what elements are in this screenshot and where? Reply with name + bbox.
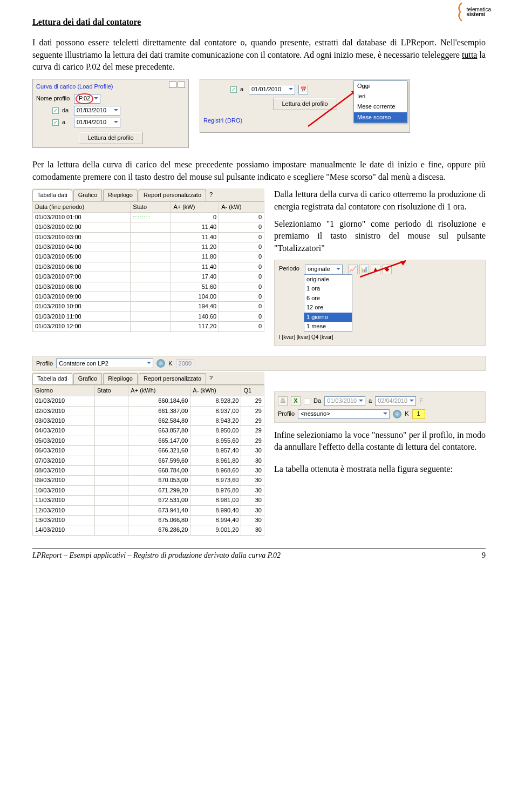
lettura-profilo-button[interactable]: Lettura del profilo — [79, 132, 143, 144]
tab-grafico-2[interactable]: Grafico — [73, 373, 102, 384]
panel-title: Curva di carico (Load Profile) — [36, 83, 185, 91]
table-row[interactable]: 12/03/2010673.941,408.990,4030 — [33, 505, 264, 515]
a-label-3: a — [369, 397, 372, 405]
table-row[interactable]: 05/03/2010665.147,008.955,6029 — [33, 436, 264, 445]
table-row[interactable]: 01/03/2010 07:0017,400 — [33, 272, 264, 282]
opt-originale[interactable]: originale — [304, 275, 352, 284]
a-date-3[interactable]: 02/04/2010 — [375, 396, 416, 406]
table-row[interactable]: 01/03/2010 12:00117,200 — [33, 322, 264, 331]
k-value-highlight: 1 — [412, 409, 425, 418]
list-icon[interactable] — [178, 82, 185, 88]
profilo-label: Profilo — [36, 360, 53, 368]
screenshot-profile-toolbar: 🖶 X ✓ Da 01/03/2010 a 02/04/2010 F Profi… — [274, 391, 486, 423]
profilo-select-nessuno[interactable]: <nessuno> — [298, 409, 390, 419]
chart-icon-1[interactable]: 📈 — [348, 265, 358, 274]
tab-riepilogo-2[interactable]: Riepilogo — [103, 373, 138, 384]
table-row[interactable]: 01/03/2010 08:0051,600 — [33, 282, 264, 292]
table-row[interactable]: 01/03/2010 10:00194,400 — [33, 302, 264, 312]
tab-riepilogo[interactable]: Riepilogo — [103, 190, 138, 200]
tab-grafico[interactable]: Grafico — [73, 190, 102, 200]
excel-icon[interactable]: X — [291, 396, 301, 406]
tab-report-2[interactable]: Report personalizzato — [139, 373, 206, 384]
table-row[interactable]: 09/03/2010670.053,008.973,6030 — [33, 476, 264, 485]
menu-oggi[interactable]: Oggi — [354, 81, 407, 91]
print-icon[interactable]: 🖶 — [278, 396, 288, 406]
daily-data-table: Giorno Stato A+ (kWh) A- (kWh) Q1 01/03/… — [32, 385, 264, 536]
grid-icon[interactable] — [169, 82, 176, 88]
col-aminus-kwh[interactable]: A- (kWh) — [190, 385, 241, 396]
table-row[interactable]: 02/03/2010661.387,008.937,0029 — [33, 406, 264, 416]
col-aplus-kwh[interactable]: A+ (kWh) — [128, 385, 190, 396]
tab-report[interactable]: Report personalizzato — [139, 190, 206, 200]
annotation-arrow-2-icon — [360, 258, 414, 282]
help-icon-2[interactable]: ? — [207, 373, 215, 384]
lettura-profilo-button-2[interactable]: Lettura del profilo — [273, 98, 337, 110]
tab-bar-2: Tabella dati Grafico Riepilogo Report pe… — [32, 372, 264, 384]
a-checkbox-2[interactable]: ✓ — [230, 86, 237, 93]
profile-selector-row: Profilo Contatore con LP2 K 2000 — [32, 356, 486, 371]
table-row[interactable]: 10/03/2010671.299,208.976,8030 — [33, 485, 264, 495]
table-row[interactable]: 06/03/2010666.321,608.957,4030 — [33, 446, 264, 456]
col-q1[interactable]: Q1 — [241, 385, 264, 396]
table-row[interactable]: 01/03/2010 06:0011,400 — [33, 262, 264, 272]
table-row[interactable]: 01/03/2010 11:00140,600 — [33, 312, 264, 321]
menu-mese-corrente[interactable]: Mese corrente — [354, 102, 407, 112]
table-row[interactable]: 08/03/2010668.784,008.968,6030 — [33, 465, 264, 475]
table-row[interactable]: 01/03/2010 04:0011,200 — [33, 242, 264, 252]
table-row[interactable]: 11/03/2010672.531,008.981,0030 — [33, 496, 264, 505]
a-date-input-2[interactable]: 01/01/2010 — [249, 85, 295, 94]
k-value: 2000 — [176, 359, 194, 368]
opt-6ore[interactable]: 6 ore — [304, 294, 352, 303]
svg-marker-3 — [400, 261, 406, 266]
da-date-input[interactable]: 01/03/2010 — [74, 106, 120, 116]
col-giorno[interactable]: Giorno — [33, 385, 95, 396]
periodo-label: Periodo — [279, 265, 299, 273]
table-row[interactable]: 01/03/2010 09:00104,000 — [33, 292, 264, 302]
table-row[interactable]: 01/03/2010 02:0011,400 — [33, 222, 264, 232]
page-number: 9 — [482, 550, 486, 561]
col-stato-2[interactable]: Stato — [95, 385, 128, 396]
opt-12ore[interactable]: 12 ore — [304, 303, 352, 312]
k-label-2: K — [405, 410, 408, 418]
date-context-menu[interactable]: Oggi Ieri Mese corrente Mese scorso — [353, 80, 407, 124]
tab-tabella-dati-2[interactable]: Tabella dati — [32, 373, 72, 384]
nome-profilo-select[interactable]: P.02 — [74, 94, 100, 104]
table-row[interactable]: 03/03/2010662.584,808.943,2029 — [33, 416, 264, 425]
col-data[interactable]: Data (fine periodo) — [33, 201, 131, 212]
a-date-input[interactable]: 01/04/2010 — [74, 118, 120, 127]
calendar-icon[interactable]: 📅 — [298, 85, 308, 94]
table-row[interactable]: 14/03/2010676.286,209.001,2030 — [33, 525, 264, 535]
da-checkbox-3[interactable]: ✓ — [304, 398, 310, 404]
da-label: da — [62, 106, 71, 114]
help-icon[interactable]: ? — [207, 190, 215, 200]
opt-1giorno[interactable]: 1 giorno — [304, 313, 352, 322]
opt-1mese[interactable]: 1 mese — [304, 322, 352, 331]
col-aplus[interactable]: A+ (kW) — [171, 201, 219, 212]
menu-ieri[interactable]: Ieri — [354, 91, 407, 102]
table-row[interactable]: 13/03/2010675.066,808.994,4030 — [33, 515, 264, 525]
col-aminus[interactable]: A- (kW) — [219, 201, 264, 212]
table-row[interactable]: 01/03/2010 03:0011,400 — [33, 232, 264, 242]
col-stato[interactable]: Stato — [131, 201, 171, 212]
footer-text: LPReport – Esempi applicativi – Registro… — [32, 550, 281, 561]
globe-icon[interactable] — [156, 359, 165, 368]
table-row[interactable]: 01/03/2010660.184,608.928,2029 — [33, 396, 264, 406]
intro-text-a: I dati possono essere teleletti direttam… — [32, 38, 486, 59]
a-checkbox[interactable]: ✓ — [52, 119, 59, 126]
da-label-3: Da — [313, 397, 321, 405]
periodo-listbox[interactable]: originale 1 ora 6 ore 12 ore 1 giorno 1 … — [304, 274, 352, 331]
table-row[interactable]: 04/03/2010663.857,808.950,0029 — [33, 426, 264, 436]
tab-tabella-dati[interactable]: Tabella dati — [32, 190, 72, 200]
opt-1ora[interactable]: 1 ora — [304, 284, 352, 293]
globe-icon-2[interactable] — [393, 410, 401, 418]
screenshot-date-context-menu: ✓ a 01/01/2010 📅 Lettura del profilo Reg… — [200, 79, 410, 133]
table-row[interactable]: 01/03/2010 01:00::::::::00 — [33, 212, 264, 222]
table-row[interactable]: 07/03/2010667.599,608.961,8030 — [33, 456, 264, 465]
table-row[interactable]: 01/03/2010 05:0011,800 — [33, 252, 264, 262]
profilo-select[interactable]: Contatore con LP2 — [56, 358, 153, 368]
da-date-3[interactable]: 01/03/2010 — [324, 396, 365, 406]
periodo-select[interactable]: originale — [305, 265, 343, 274]
da-checkbox[interactable]: ✓ — [52, 107, 59, 114]
intro-underline: tutta — [462, 50, 477, 59]
menu-mese-scorso[interactable]: Mese scorso — [354, 112, 407, 123]
